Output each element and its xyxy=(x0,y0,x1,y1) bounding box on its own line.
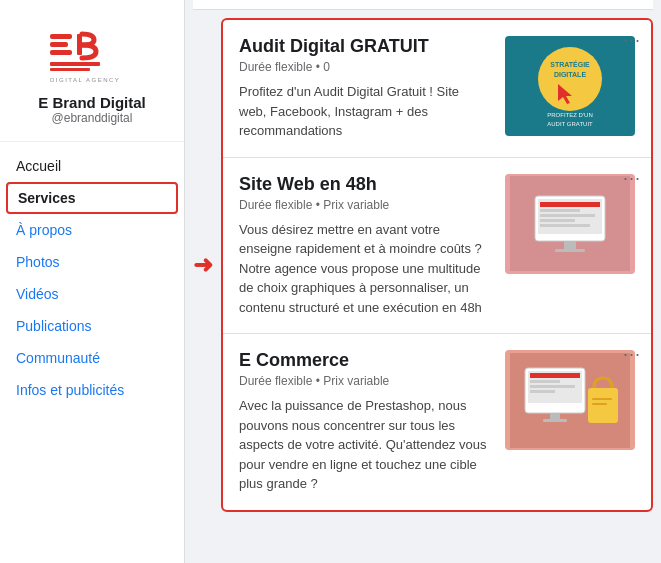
sidebar: DIGITAL AGENCY E Brand Digital @ebranddi… xyxy=(0,0,185,563)
service-title: Site Web en 48h xyxy=(239,174,489,195)
svg-rect-18 xyxy=(540,209,580,212)
service-description: Vous désirez mettre en avant votre ensei… xyxy=(239,220,489,318)
svg-rect-21 xyxy=(540,224,590,227)
service-description: Profitez d'un Audit Digital Gratuit ! Si… xyxy=(239,82,489,141)
brand-handle: @ebranddigital xyxy=(52,111,133,125)
service-info: Audit Digital GRATUIT Durée flexible • 0… xyxy=(239,36,505,141)
svg-rect-20 xyxy=(540,219,575,222)
svg-rect-19 xyxy=(540,214,595,217)
audit-image-icon: STRATÉGIE DIGITALE PROFITEZ D'UN AUDIT G… xyxy=(510,39,630,134)
svg-rect-32 xyxy=(543,419,567,422)
svg-rect-4 xyxy=(50,62,100,66)
service-title: Audit Digital GRATUIT xyxy=(239,36,489,57)
svg-rect-28 xyxy=(530,380,560,383)
svg-rect-33 xyxy=(588,388,618,423)
service-image: STRATÉGIE DIGITALE PROFITEZ D'UN AUDIT G… xyxy=(505,36,635,136)
sidebar-item-publications[interactable]: Publications xyxy=(0,310,184,342)
svg-rect-35 xyxy=(592,403,607,405)
sidebar-item-videos[interactable]: Vidéos xyxy=(0,278,184,310)
svg-text:DIGITALE: DIGITALE xyxy=(554,71,586,78)
svg-rect-1 xyxy=(50,42,68,47)
svg-text:PROFITEZ D'UN: PROFITEZ D'UN xyxy=(547,112,592,118)
svg-rect-34 xyxy=(592,398,612,400)
service-card: Audit Digital GRATUIT Durée flexible • 0… xyxy=(223,20,651,158)
svg-rect-30 xyxy=(530,390,555,393)
svg-point-8 xyxy=(538,47,602,111)
service-image xyxy=(505,350,635,450)
sidebar-item-communaute[interactable]: Communauté xyxy=(0,342,184,374)
service-image xyxy=(505,174,635,274)
sidebar-item-infos[interactable]: Infos et publicités xyxy=(0,374,184,406)
service-info: E Commerce Durée flexible • Prix variabl… xyxy=(239,350,505,494)
sidebar-item-services[interactable]: Services xyxy=(6,182,178,214)
service-title: E Commerce xyxy=(239,350,489,371)
svg-text:AUDIT GRATUIT: AUDIT GRATUIT xyxy=(547,121,593,127)
service-info: Site Web en 48h Durée flexible • Prix va… xyxy=(239,174,505,318)
svg-rect-23 xyxy=(555,249,585,252)
svg-rect-2 xyxy=(50,50,72,55)
svg-rect-29 xyxy=(530,385,575,388)
logo-area: DIGITAL AGENCY E Brand Digital @ebranddi… xyxy=(0,16,184,142)
arrow-indicator: ➜ xyxy=(193,251,213,279)
svg-text:DIGITAL AGENCY: DIGITAL AGENCY xyxy=(50,77,120,83)
svg-rect-27 xyxy=(530,373,580,378)
ecommerce-image-icon xyxy=(510,353,630,448)
svg-rect-31 xyxy=(550,413,560,419)
siteweb-image-icon xyxy=(510,176,630,271)
svg-text:STRATÉGIE: STRATÉGIE xyxy=(550,60,590,68)
brand-name: E Brand Digital xyxy=(38,94,146,111)
service-card: Site Web en 48h Durée flexible • Prix va… xyxy=(223,158,651,335)
sidebar-item-apropos[interactable]: À propos xyxy=(0,214,184,246)
svg-rect-5 xyxy=(50,68,90,71)
service-duration: Durée flexible • 0 xyxy=(239,60,489,74)
service-duration: Durée flexible • Prix variable xyxy=(239,198,489,212)
logo-box: DIGITAL AGENCY xyxy=(42,26,142,86)
more-options-button[interactable]: ··· xyxy=(623,168,641,189)
service-card: E Commerce Durée flexible • Prix variabl… xyxy=(223,334,651,510)
sidebar-item-accueil[interactable]: Accueil xyxy=(0,150,184,182)
svg-rect-0 xyxy=(50,34,72,39)
brand-logo-icon: DIGITAL AGENCY xyxy=(42,26,142,86)
more-options-button[interactable]: ··· xyxy=(623,30,641,51)
more-options-button[interactable]: ··· xyxy=(623,344,641,365)
svg-rect-22 xyxy=(564,241,576,249)
service-description: Avec la puissance de Prestashop, nous po… xyxy=(239,396,489,494)
main-content: ➜ Audit Digital GRATUIT Durée flexible •… xyxy=(185,0,661,563)
service-duration: Durée flexible • Prix variable xyxy=(239,374,489,388)
svg-rect-17 xyxy=(540,202,600,207)
sidebar-item-photos[interactable]: Photos xyxy=(0,246,184,278)
services-container: Audit Digital GRATUIT Durée flexible • 0… xyxy=(221,18,653,512)
top-bar xyxy=(193,0,653,10)
